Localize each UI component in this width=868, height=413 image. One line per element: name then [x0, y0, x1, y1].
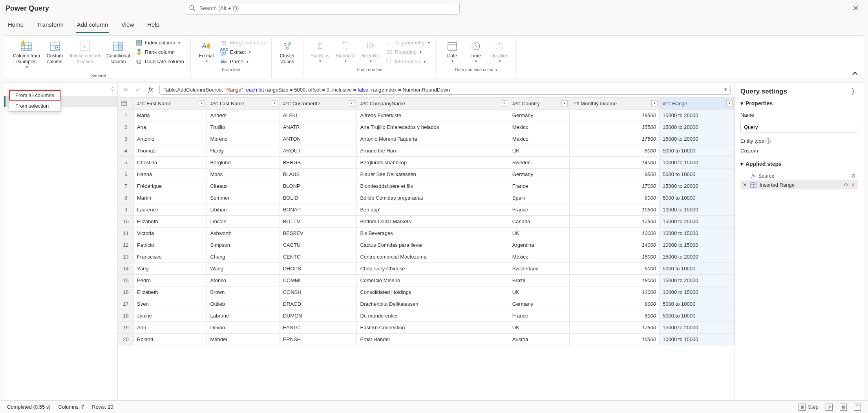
- cell[interactable]: 5000 to 10000: [660, 298, 735, 310]
- cell[interactable]: Mendel: [207, 333, 280, 345]
- cell[interactable]: CONSH: [280, 286, 357, 298]
- row-number[interactable]: 18: [118, 310, 134, 321]
- cell[interactable]: Cactus Comidas para llevar: [357, 239, 509, 251]
- filter-dropdown-icon[interactable]: ▾: [272, 100, 278, 106]
- cell[interactable]: BLAUS: [280, 168, 357, 180]
- cell[interactable]: Ann: [134, 321, 207, 333]
- grid-view-icon[interactable]: ▦: [840, 404, 847, 411]
- merge-columns-button[interactable]: ⊟Merge columns: [218, 38, 267, 47]
- row-number[interactable]: 6: [118, 168, 134, 180]
- cell[interactable]: 10000 to 15000: [660, 227, 735, 239]
- cell[interactable]: Thomas: [134, 145, 207, 156]
- row-number[interactable]: 5: [118, 156, 134, 168]
- cell[interactable]: Blauer See Delikatessen: [357, 168, 509, 180]
- tab-home[interactable]: Home: [7, 19, 24, 33]
- rank-column-button[interactable]: 🏅Rank column: [133, 48, 186, 56]
- cell[interactable]: Berglund: [207, 156, 280, 168]
- cell[interactable]: BONAP: [280, 204, 357, 215]
- column-header[interactable]: 1²3Monthly Income▾: [570, 97, 660, 109]
- cell[interactable]: Elizabeth: [134, 215, 207, 227]
- cell[interactable]: 15000 to 20000: [660, 133, 735, 145]
- cell[interactable]: 6000: [570, 310, 660, 321]
- cell[interactable]: Alfreds Futterkiste: [357, 109, 509, 121]
- cell[interactable]: Hardy: [207, 145, 280, 156]
- table-row[interactable]: 19AnnDevonEASTCEastern ConnectionUK17500…: [118, 321, 735, 333]
- tab-view[interactable]: View: [121, 19, 135, 33]
- row-number[interactable]: 9: [118, 204, 134, 215]
- cell[interactable]: UK: [509, 145, 569, 156]
- cell[interactable]: Simpson: [207, 239, 280, 251]
- filter-dropdown-icon[interactable]: ▾: [501, 100, 507, 106]
- cell[interactable]: Drachenblut Delikatessen: [357, 298, 509, 310]
- diagram-view-icon[interactable]: ⊞: [826, 404, 833, 411]
- cell[interactable]: Moos: [207, 168, 280, 180]
- cell[interactable]: 12000: [570, 286, 660, 298]
- scientific-button[interactable]: 10²Scientific▾: [358, 38, 383, 66]
- column-header[interactable]: AᴮCLast Name▾: [207, 97, 280, 109]
- cell[interactable]: UK: [509, 227, 569, 239]
- cell[interactable]: Christina: [134, 156, 207, 168]
- cell[interactable]: Around the Horn: [357, 145, 509, 156]
- time-button[interactable]: Time▾: [464, 38, 488, 66]
- table-row[interactable]: 9LaurenceLibihanBONAPBon app'France10500…: [118, 204, 735, 215]
- cell[interactable]: Canada: [509, 215, 569, 227]
- row-number[interactable]: 15: [118, 274, 134, 286]
- cell[interactable]: Berglunds snabbköp: [357, 156, 509, 168]
- cell[interactable]: UK: [509, 286, 569, 298]
- row-number[interactable]: 11: [118, 227, 134, 239]
- cell[interactable]: Mexico: [509, 251, 569, 262]
- cell[interactable]: Yang: [134, 262, 207, 274]
- cell[interactable]: DUMON: [280, 310, 357, 321]
- cell[interactable]: 10500: [570, 204, 660, 215]
- cell[interactable]: 14000: [570, 156, 660, 168]
- table-row[interactable]: 2AnaTrujilloANATRAna Trujillo Emaredados…: [118, 121, 735, 133]
- cell[interactable]: Sven: [134, 298, 207, 310]
- cell[interactable]: BLONP: [280, 180, 357, 192]
- cell[interactable]: Du monde entier: [357, 310, 509, 321]
- table-row[interactable]: 4ThomasHardyAROUTAround the HornUK600050…: [118, 145, 735, 156]
- cell[interactable]: Victoria: [134, 227, 207, 239]
- table-row[interactable]: 16ElizabethBrownCONSHConsolidated Holdin…: [118, 286, 735, 298]
- cell[interactable]: Centro comercial Moctezuma: [357, 251, 509, 262]
- cell[interactable]: 10000 to 15000: [660, 333, 735, 345]
- cell[interactable]: 10000 to 15000: [660, 156, 735, 168]
- cell[interactable]: 15000 to 20000: [660, 180, 735, 192]
- cell[interactable]: Brown: [207, 286, 280, 298]
- column-header[interactable]: AᴮCCountry▾: [509, 97, 569, 109]
- cell[interactable]: 10000 to 15000: [660, 239, 735, 251]
- table-row[interactable]: 20RolandMendelERNSHErnst HandelAustria10…: [118, 333, 735, 345]
- cell[interactable]: Argentina: [509, 239, 569, 251]
- cell[interactable]: 10000 to 15000: [660, 204, 735, 215]
- column-view-icon[interactable]: ☰: [854, 404, 861, 411]
- cell[interactable]: Sweden: [509, 156, 569, 168]
- cell[interactable]: AROUT: [280, 145, 357, 156]
- info-icon[interactable]: i: [766, 138, 771, 144]
- cell[interactable]: ANATR: [280, 121, 357, 133]
- cell[interactable]: Bon app': [357, 204, 509, 215]
- cell[interactable]: Germany: [509, 298, 569, 310]
- step-toggle[interactable]: ▦Step: [799, 404, 819, 411]
- table-row[interactable]: 10ElizabethLincolnBOTTMBottom-Dollar Mar…: [118, 215, 735, 227]
- cell[interactable]: 15000: [570, 251, 660, 262]
- cell[interactable]: 5000 to 10000: [660, 192, 735, 204]
- cell[interactable]: Bólido Comidas preparadas: [357, 192, 509, 204]
- table-row[interactable]: 12PatricioSimpsonCACTUCactus Comidas par…: [118, 239, 735, 251]
- cell[interactable]: France: [509, 310, 569, 321]
- cell[interactable]: Devon: [207, 321, 280, 333]
- cell[interactable]: 17000: [570, 180, 660, 192]
- cell[interactable]: 5000: [570, 262, 660, 274]
- cell[interactable]: 8000: [570, 298, 660, 310]
- warning-icon[interactable]: ⛭: [851, 182, 856, 188]
- cell[interactable]: 15000 to 20000: [660, 251, 735, 262]
- cell[interactable]: 14000: [570, 239, 660, 251]
- tab-transform[interactable]: Transform: [36, 19, 64, 33]
- row-number[interactable]: 3: [118, 133, 134, 145]
- cell[interactable]: Laurence: [134, 204, 207, 215]
- cell[interactable]: UK: [509, 321, 569, 333]
- cell[interactable]: Ottlieb: [207, 298, 280, 310]
- conditional-column-button[interactable]: Conditional column: [103, 38, 133, 66]
- cell[interactable]: 19500: [570, 109, 660, 121]
- step-source[interactable]: fx Source ⚙: [740, 171, 858, 180]
- cell[interactable]: France: [509, 180, 569, 192]
- table-row[interactable]: 1MariaAndersALFKIAlfreds FutterkisteGerm…: [118, 109, 735, 121]
